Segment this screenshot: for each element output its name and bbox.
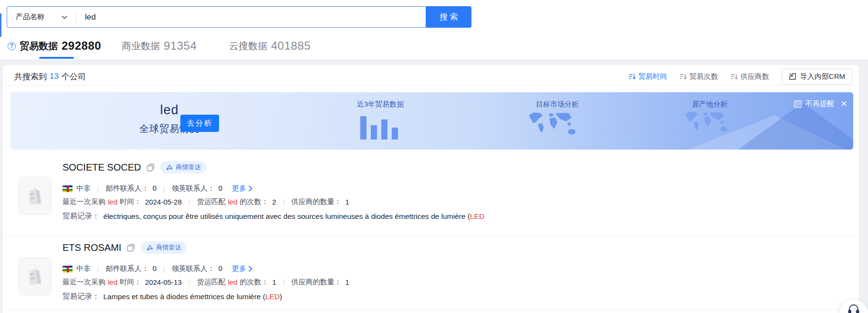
purchase-label: 最近一次采购 [63,278,105,287]
company-main: ETS ROSAMI 商情雷达 中非 | 邮件联系人：0 | 领英联系人：0 更… [63,241,849,254]
company-card: SOCIETE SOCED 商情雷达 中非 | 邮件联系人：0 | 领英联系人：… [3,161,859,237]
trade-record-keyword: LED [265,292,280,301]
dismiss-label: 不再提醒 [805,99,834,108]
purchase-label-post: 时间： [120,278,141,287]
trend-bar [371,125,377,140]
company-title-row: ETS ROSAMI 商情雷达 [63,241,849,254]
keyword-highlight: led [228,278,237,286]
email-contacts-label: 邮件联系人： [106,264,149,273]
radar-badge[interactable]: 商情雷达 [160,161,206,173]
trade-record-label: 贸易记录： [63,211,100,221]
keyword-highlight: led [108,278,117,286]
radar-badge-label: 商情雷达 [156,243,181,252]
company-country: 中非 [76,184,91,193]
flag-icon [63,266,73,272]
trend-bar [381,119,387,140]
trade-record-row: 贸易记录： électriques, conçus pour être util… [63,211,484,221]
chevron-right-icon [248,185,252,192]
supplier-label: 供应商的数量： [291,197,341,206]
banner-section-market-title: 目标市场分析 [536,100,579,109]
separator: | [97,265,99,273]
search-bar: 产品名称 搜 索 [7,6,471,28]
freight-label: 货运匹配 [197,278,225,287]
banner-dismiss-group: 不再提醒 ✕ [794,99,847,108]
linkedin-contacts-label: 领英联系人： [172,184,215,193]
radar-badge-label: 商情雷达 [176,163,200,172]
chevron-down-icon [62,15,67,19]
linkedin-contacts-value: 0 [219,264,222,273]
sort-trade-count[interactable]: 贸易次数 [680,72,718,81]
purchase-label-post: 时间： [120,197,141,206]
company-name[interactable]: ETS ROSAMI [63,242,121,253]
tab-label: 云搜数据 [229,40,267,53]
tab-count: 91354 [164,39,197,53]
supplier-count-value: 1 [345,278,349,286]
email-contacts-value: 0 [153,264,157,273]
trade-record-suffix: ) [280,292,282,301]
freight-label-post: 的次数： [240,197,268,206]
card-divider [3,310,859,310]
tab-label: 贸易数据 [20,40,58,53]
sort-supplier-count[interactable]: 供应商数 [731,72,769,81]
results-panel: 共搜索到 13 个公司 贸易时间 贸易次数 供应商数 导入内部CRM [3,65,859,313]
search-category-select[interactable]: 产品名称 [7,12,76,22]
tab-cloud-search-data[interactable]: 云搜数据 401885 [229,39,311,53]
world-map-icon [682,110,732,138]
copy-icon[interactable] [127,244,135,252]
trade-record-label: 贸易记录： [63,291,100,302]
search-box: 产品名称 [7,6,426,28]
banner-section-trend-title: 近3年贸易数据 [357,100,404,109]
search-button[interactable]: 搜 索 [426,6,471,28]
search-input[interactable] [76,12,426,22]
trend-bar [360,116,366,140]
left-accent-strip [0,13,1,37]
company-logo [18,177,52,215]
copy-icon[interactable] [146,163,155,172]
tab-count: 401885 [271,39,311,53]
radar-badge[interactable]: 商情雷达 [141,241,187,254]
freight-count-value: 2 [272,198,276,206]
result-count-suffix: 个公司 [62,71,86,82]
separator: | [163,265,165,273]
close-icon[interactable]: ✕ [841,100,847,108]
flag-icon [63,185,73,192]
analysis-banner: led 全球贸易情况 去分析 近3年贸易数据 目标市场分析 原产地分析 [10,92,853,150]
world-map-icon [525,111,581,140]
result-count-prefix: 共搜索到 [14,71,47,82]
card-divider [3,235,859,236]
more-link[interactable]: 更多 [232,264,252,273]
company-name[interactable]: SOCIETE SOCED [63,162,141,173]
tab-business-data[interactable]: 商业数据 91354 [122,39,197,53]
result-count: 共搜索到 13 个公司 [14,71,86,82]
company-detail-row: 最近一次采购 led 时间： 2024-05-13 | 货运匹配 led 的次数… [63,278,349,287]
trade-record-body: électriques, conçus pour être utilisés u… [104,212,471,220]
sort-trade-time[interactable]: 贸易时间 [628,72,667,81]
freight-label-post: 的次数： [240,278,268,287]
purchase-date-value: 2024-05-13 [145,278,182,286]
company-title-row: SOCIETE SOCED 商情雷达 [63,161,849,174]
linkedin-contacts-value: 0 [219,184,222,193]
import-crm-button[interactable]: 导入内部CRM [782,69,852,85]
trade-record-text: Lampes et tubes à diodes émettrices de l… [104,292,282,301]
data-tabs: ? 贸易数据 292880 商业数据 91354 云搜数据 401885 [0,34,868,59]
email-contacts: 邮件联系人：0 [106,184,157,193]
trade-record-body: Lampes et tubes à diodes émettrices de l… [104,292,265,301]
result-count-number: 13 [50,72,59,81]
building-icon [24,265,46,287]
sort-label: 贸易次数 [690,72,718,81]
separator: | [188,279,190,286]
sort-label: 贸易时间 [638,72,667,81]
more-label: 更多 [232,264,246,273]
sort-label: 供应商数 [741,72,769,81]
keyword-highlight: led [108,198,117,206]
dismiss-checkbox[interactable] [794,100,802,108]
tab-trade-data[interactable]: ? 贸易数据 292880 [8,39,101,53]
trade-record-text: électriques, conçus pour être utilisés u… [104,212,485,221]
more-link[interactable]: 更多 [232,184,252,193]
supplier-label: 供应商的数量： [291,278,341,287]
linkedin-contacts-label: 领英联系人： [172,264,215,273]
analyze-button[interactable]: 去分析 [180,115,219,132]
help-icon[interactable]: ? [8,42,16,50]
linkedin-contacts: 领英联系人：0 [172,184,222,193]
purchase-date-value: 2024-05-28 [145,198,182,206]
